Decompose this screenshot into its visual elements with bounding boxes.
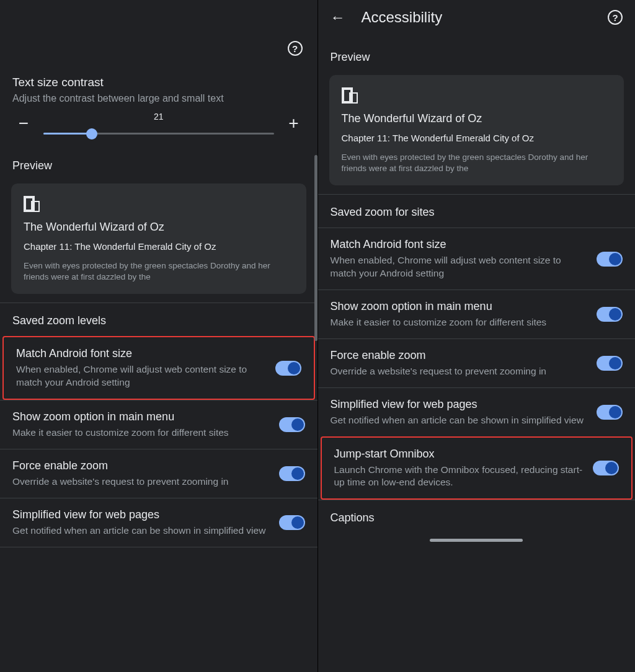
show-zoom-option-row[interactable]: Show zoom option in main menu Make it ea…	[318, 290, 636, 338]
preview-card: The Wonderful Wizard of Oz Chapter 11: T…	[329, 75, 624, 185]
row-title: Show zoom option in main menu	[12, 410, 269, 423]
page-title: Accessibility	[362, 9, 443, 26]
preview-book-title: The Wonderful Wizard of Oz	[342, 112, 612, 125]
preview-card: The Wonderful Wizard of Oz Chapter 11: T…	[11, 183, 306, 294]
help-icon[interactable]: ?	[286, 40, 304, 57]
text-size-contrast-title: Text size contrast	[12, 76, 305, 89]
show-zoom-option-toggle[interactable]	[279, 417, 305, 432]
captions-heading[interactable]: Captions	[318, 500, 636, 533]
jump-start-omnibox-row[interactable]: Jump-start Omnibox Launch Chrome with th…	[322, 438, 632, 498]
show-zoom-option-row[interactable]: Show zoom option in main menu Make it ea…	[0, 400, 318, 449]
building-icon	[24, 196, 38, 210]
row-desc: Get notified when an article can be show…	[331, 414, 587, 427]
row-desc: When enabled, Chrome will adjust web con…	[16, 363, 265, 388]
match-android-font-size-row[interactable]: Match Android font size When enabled, Ch…	[4, 337, 314, 398]
saved-zoom-levels-heading[interactable]: Saved zoom levels	[0, 303, 318, 336]
preview-heading: Preview	[0, 148, 318, 181]
preview-heading: Preview	[318, 35, 636, 73]
row-desc: Make it easier to customize zoom for dif…	[12, 427, 269, 439]
row-title: Simplified view for web pages	[12, 508, 269, 521]
text-size-contrast-section: Text size contrast Adjust the contrast b…	[0, 66, 318, 112]
home-indicator[interactable]	[430, 539, 523, 542]
match-android-font-size-highlight: Match Android font size When enabled, Ch…	[2, 336, 315, 399]
force-enable-zoom-row[interactable]: Force enable zoom Override a website's r…	[318, 338, 636, 387]
preview-body: Even with eyes protected by the green sp…	[342, 152, 612, 174]
slider-value: 21	[43, 112, 274, 122]
row-title: Jump-start Omnibox	[334, 448, 584, 461]
right-titlebar: ← Accessibility ?	[318, 0, 636, 35]
preview-chapter: Chapter 11: The Wonderful Emerald City o…	[24, 241, 294, 252]
row-title: Match Android font size	[16, 347, 265, 360]
preview-book-title: The Wonderful Wizard of Oz	[24, 221, 294, 234]
row-title: Force enable zoom	[331, 349, 587, 362]
back-icon[interactable]: ←	[329, 9, 347, 26]
slider-thumb[interactable]	[86, 128, 97, 139]
plus-icon[interactable]: +	[285, 113, 303, 133]
left-titlebar: ?	[0, 0, 318, 66]
row-desc: Get notified when an article can be show…	[12, 524, 269, 537]
building-icon	[342, 87, 357, 101]
force-enable-zoom-toggle[interactable]	[597, 356, 623, 371]
simplified-view-toggle[interactable]	[279, 515, 305, 530]
text-size-contrast-subtitle: Adjust the contrast between large and sm…	[12, 93, 305, 104]
right-pane: ← Accessibility ? Preview The Wonderful …	[318, 0, 636, 672]
saved-zoom-for-sites-heading[interactable]: Saved zoom for sites	[318, 194, 636, 228]
help-icon[interactable]: ?	[606, 9, 624, 26]
force-enable-zoom-toggle[interactable]	[279, 466, 305, 481]
match-android-font-size-toggle[interactable]	[597, 252, 623, 267]
row-desc: When enabled, Chrome will adjust web con…	[331, 254, 587, 279]
text-contrast-slider[interactable]: 21	[43, 112, 274, 135]
row-title: Match Android font size	[331, 238, 587, 251]
preview-body: Even with eyes protected by the green sp…	[24, 260, 294, 283]
scrollbar-indicator[interactable]	[314, 155, 318, 341]
jump-start-omnibox-highlight: Jump-start Omnibox Launch Chrome with th…	[321, 436, 633, 500]
match-android-font-size-row[interactable]: Match Android font size When enabled, Ch…	[318, 228, 636, 289]
left-pane: ? Text size contrast Adjust the contrast…	[0, 0, 318, 672]
row-desc: Override a website's request to prevent …	[12, 475, 269, 488]
simplified-view-row[interactable]: Simplified view for web pages Get notifi…	[0, 498, 318, 547]
force-enable-zoom-row[interactable]: Force enable zoom Override a website's r…	[0, 449, 318, 498]
nav-bar	[318, 533, 636, 547]
match-android-font-size-toggle[interactable]	[275, 361, 301, 376]
row-title: Show zoom option in main menu	[331, 300, 587, 313]
show-zoom-option-toggle[interactable]	[597, 307, 623, 322]
row-desc: Override a website's request to prevent …	[331, 365, 587, 378]
text-contrast-slider-row: − 21 +	[0, 112, 318, 148]
row-desc: Make it easier to customize zoom for dif…	[331, 316, 587, 329]
row-title: Simplified view for web pages	[331, 398, 587, 411]
simplified-view-toggle[interactable]	[597, 405, 623, 420]
row-desc: Launch Chrome with the Omnibox focused, …	[334, 464, 584, 489]
preview-chapter: Chapter 11: The Wonderful Emerald City o…	[342, 133, 612, 143]
row-title: Force enable zoom	[12, 459, 269, 472]
jump-start-omnibox-toggle[interactable]	[593, 461, 619, 475]
simplified-view-row[interactable]: Simplified view for web pages Get notifi…	[318, 387, 636, 436]
minus-icon[interactable]: −	[15, 113, 32, 133]
